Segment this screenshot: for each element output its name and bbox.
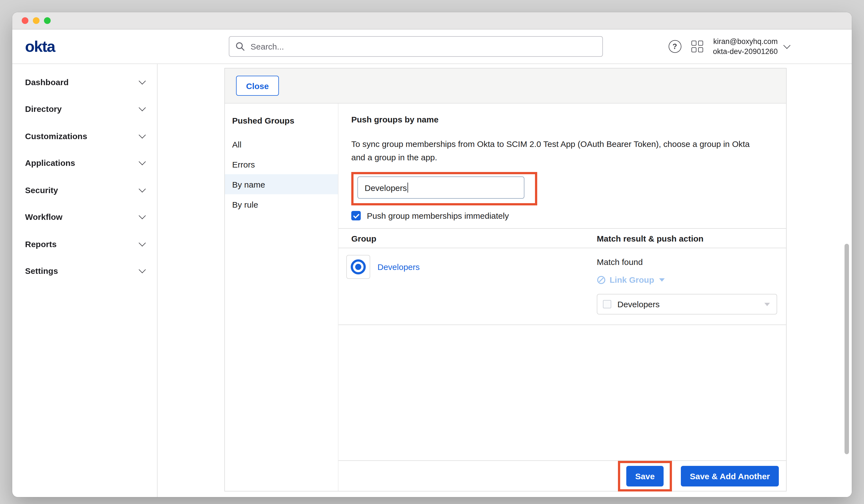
chevron-down-icon bbox=[139, 131, 146, 138]
push-immediately-checkbox[interactable] bbox=[351, 211, 361, 220]
search-input[interactable] bbox=[249, 41, 602, 52]
save-button[interactable]: Save bbox=[626, 466, 663, 486]
sidebar-item-dashboard[interactable]: Dashboard bbox=[12, 69, 157, 95]
grid-square bbox=[691, 41, 696, 46]
match-cell: Match found Link Group bbox=[597, 255, 777, 314]
sidebar-item-directory[interactable]: Directory bbox=[12, 95, 157, 122]
subnav-item-errors[interactable]: Errors bbox=[225, 154, 338, 174]
annotation-box: Developers bbox=[351, 172, 537, 205]
okta-logo: okta bbox=[25, 38, 55, 56]
account-org: okta-dev-20901260 bbox=[713, 47, 778, 56]
grid-square bbox=[698, 47, 703, 52]
screenshot-stage: okta ? kiran@boxyhq.com okta-dev-2090126… bbox=[0, 0, 864, 504]
chevron-down-icon bbox=[659, 278, 665, 281]
sidebar-item-label: Security bbox=[25, 185, 58, 195]
link-group-dropdown[interactable]: Link Group bbox=[597, 275, 665, 285]
panel-description: To sync group memberships from Okta to S… bbox=[351, 137, 758, 164]
panel-title: Push groups by name bbox=[351, 115, 758, 124]
grid-square bbox=[691, 47, 696, 52]
sidebar-item-customizations[interactable]: Customizations bbox=[12, 122, 157, 149]
group-name-input[interactable]: Developers bbox=[357, 177, 525, 199]
text-cursor bbox=[408, 182, 408, 193]
annotation-box: Save bbox=[618, 460, 672, 491]
sidebar-item-label: Workflow bbox=[25, 212, 62, 222]
sidebar-item-applications[interactable]: Applications bbox=[12, 149, 157, 177]
app-group-select[interactable]: Developers bbox=[597, 294, 777, 314]
chevron-down-icon bbox=[139, 104, 146, 111]
chevron-down-icon bbox=[139, 266, 146, 273]
help-icon[interactable]: ? bbox=[668, 40, 681, 53]
push-immediately-label: Push group memberships immediately bbox=[367, 211, 509, 220]
pushed-groups-subnav: Pushed Groups All Errors By name By rule bbox=[225, 104, 338, 491]
app-group-icon bbox=[603, 300, 611, 308]
okta-group-icon bbox=[351, 260, 366, 274]
account-menu[interactable]: kiran@boxyhq.com okta-dev-20901260 bbox=[713, 37, 789, 56]
vertical-scrollbar[interactable] bbox=[844, 244, 849, 454]
sidebar-item-security[interactable]: Security bbox=[12, 177, 157, 203]
search-icon bbox=[236, 42, 245, 51]
match-table-header: Group Match result & push action bbox=[338, 228, 786, 248]
chevron-down-icon bbox=[139, 239, 146, 246]
match-table-row: Developers Match found bbox=[338, 248, 786, 325]
sidebar-item-label: Applications bbox=[25, 158, 75, 168]
column-group: Group bbox=[338, 233, 597, 243]
sidebar-item-label: Customizations bbox=[25, 131, 87, 141]
zoom-window-button[interactable] bbox=[44, 17, 51, 24]
group-icon-box bbox=[346, 255, 370, 279]
match-status: Match found bbox=[597, 257, 643, 267]
dialog-body: Pushed Groups All Errors By name By rule… bbox=[225, 104, 786, 491]
subnav-title: Pushed Groups bbox=[225, 111, 338, 134]
subnav-item-all[interactable]: All bbox=[225, 134, 338, 154]
top-header: okta ? kiran@boxyhq.com okta-dev-2090126… bbox=[12, 29, 852, 64]
chevron-down-icon bbox=[783, 42, 790, 49]
account-email: kiran@boxyhq.com bbox=[713, 37, 778, 47]
by-name-panel: Push groups by name To sync group member… bbox=[338, 104, 786, 491]
close-window-button[interactable] bbox=[22, 17, 28, 24]
account-text: kiran@boxyhq.com okta-dev-20901260 bbox=[713, 37, 778, 56]
main-area: Dashboard Directory Customizations Appli… bbox=[12, 64, 852, 497]
chevron-down-icon bbox=[139, 212, 146, 219]
close-button[interactable]: Close bbox=[236, 76, 279, 96]
window-titlebar bbox=[12, 12, 852, 29]
sidebar-item-settings[interactable]: Settings bbox=[12, 257, 157, 285]
panel-top: Push groups by name To sync group member… bbox=[338, 104, 786, 228]
push-immediately-row: Push group memberships immediately bbox=[351, 211, 758, 220]
dialog-footer: Save Save & Add Another bbox=[338, 460, 786, 491]
sidebar-item-label: Settings bbox=[25, 266, 58, 276]
chevron-down-icon bbox=[139, 77, 146, 84]
group-input-value: Developers bbox=[365, 183, 407, 192]
minimize-window-button[interactable] bbox=[33, 17, 39, 24]
dialog-toolbar: Close bbox=[225, 69, 786, 104]
sidebar-item-reports[interactable]: Reports bbox=[12, 230, 157, 257]
chevron-down-icon bbox=[764, 302, 770, 306]
panel-spacer bbox=[338, 325, 786, 460]
sidebar-nav: Dashboard Directory Customizations Appli… bbox=[12, 64, 158, 497]
subnav-item-by-rule[interactable]: By rule bbox=[225, 194, 338, 214]
group-cell: Developers bbox=[338, 255, 597, 279]
sidebar-item-label: Reports bbox=[25, 239, 57, 249]
sidebar-item-label: Dashboard bbox=[25, 77, 69, 87]
sidebar-item-label: Directory bbox=[25, 104, 62, 114]
push-groups-dialog: Close Pushed Groups All Errors By name B… bbox=[224, 68, 787, 491]
link-group-icon bbox=[597, 275, 606, 284]
chevron-down-icon bbox=[139, 185, 146, 192]
grid-square bbox=[698, 41, 703, 46]
apps-grid-icon[interactable] bbox=[691, 41, 703, 52]
save-add-another-button[interactable]: Save & Add Another bbox=[681, 466, 779, 486]
chevron-down-icon bbox=[139, 158, 146, 165]
header-right-cluster: ? kiran@boxyhq.com okta-dev-20901260 bbox=[668, 29, 789, 63]
link-group-label: Link Group bbox=[610, 275, 654, 285]
group-link[interactable]: Developers bbox=[377, 262, 420, 272]
column-match-result: Match result & push action bbox=[597, 233, 704, 243]
content-area: Close Pushed Groups All Errors By name B… bbox=[158, 64, 852, 497]
sidebar-item-workflow[interactable]: Workflow bbox=[12, 203, 157, 230]
global-search[interactable] bbox=[229, 36, 603, 57]
app-group-select-value: Developers bbox=[617, 299, 660, 309]
subnav-item-by-name[interactable]: By name bbox=[225, 174, 338, 194]
app-window: okta ? kiran@boxyhq.com okta-dev-2090126… bbox=[12, 12, 852, 497]
